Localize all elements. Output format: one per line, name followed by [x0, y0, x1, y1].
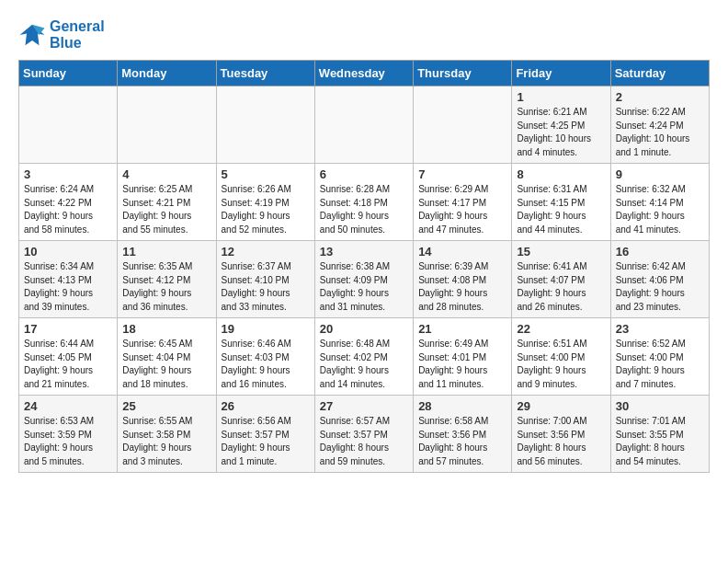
day-info: Sunrise: 6:49 AM Sunset: 4:01 PM Dayligh… [418, 338, 506, 391]
calendar-cell: 25Sunrise: 6:55 AM Sunset: 3:58 PM Dayli… [118, 396, 216, 473]
day-info: Sunrise: 6:34 AM Sunset: 4:13 PM Dayligh… [24, 260, 112, 314]
weekday-header-tuesday: Tuesday [216, 61, 314, 86]
day-info: Sunrise: 6:41 AM Sunset: 4:07 PM Dayligh… [517, 260, 605, 314]
calendar-week-row: 3Sunrise: 6:24 AM Sunset: 4:22 PM Daylig… [19, 164, 710, 241]
day-number: 9 [616, 167, 704, 181]
weekday-header-monday: Monday [118, 61, 216, 86]
calendar-cell: 4Sunrise: 6:25 AM Sunset: 4:21 PM Daylig… [118, 164, 216, 241]
calendar-cell: 18Sunrise: 6:45 AM Sunset: 4:04 PM Dayli… [118, 318, 216, 396]
day-info: Sunrise: 6:37 AM Sunset: 4:10 PM Dayligh… [222, 260, 310, 314]
day-number: 4 [122, 167, 210, 181]
day-info: Sunrise: 6:28 AM Sunset: 4:18 PM Dayligh… [320, 183, 408, 236]
calendar-cell: 27Sunrise: 6:57 AM Sunset: 3:57 PM Dayli… [314, 396, 413, 473]
day-number: 14 [418, 245, 506, 259]
calendar-cell: 24Sunrise: 6:53 AM Sunset: 3:59 PM Dayli… [19, 396, 118, 473]
day-info: Sunrise: 6:25 AM Sunset: 4:21 PM Dayligh… [122, 183, 210, 236]
day-info: Sunrise: 6:55 AM Sunset: 3:58 PM Dayligh… [122, 415, 210, 468]
day-number: 16 [616, 245, 704, 259]
day-number: 8 [517, 167, 605, 181]
weekday-header-saturday: Saturday [610, 61, 709, 86]
calendar-cell: 19Sunrise: 6:46 AM Sunset: 4:03 PM Dayli… [216, 318, 314, 396]
day-number: 17 [24, 322, 112, 336]
day-info: Sunrise: 6:38 AM Sunset: 4:09 PM Dayligh… [320, 260, 408, 314]
calendar-cell: 22Sunrise: 6:51 AM Sunset: 4:00 PM Dayli… [512, 318, 610, 396]
calendar-cell: 15Sunrise: 6:41 AM Sunset: 4:07 PM Dayli… [512, 241, 610, 318]
day-number: 10 [24, 245, 112, 259]
day-info: Sunrise: 6:22 AM Sunset: 4:24 PM Dayligh… [616, 106, 704, 159]
day-number: 22 [517, 322, 605, 336]
calendar-week-row: 17Sunrise: 6:44 AM Sunset: 4:05 PM Dayli… [19, 318, 710, 396]
day-info: Sunrise: 6:53 AM Sunset: 3:59 PM Dayligh… [24, 415, 112, 468]
calendar-cell [118, 86, 216, 164]
day-number: 19 [222, 322, 310, 336]
day-number: 5 [222, 167, 310, 181]
calendar-cell: 17Sunrise: 6:44 AM Sunset: 4:05 PM Dayli… [19, 318, 118, 396]
calendar-cell: 21Sunrise: 6:49 AM Sunset: 4:01 PM Dayli… [414, 318, 512, 396]
day-info: Sunrise: 6:29 AM Sunset: 4:17 PM Dayligh… [418, 183, 506, 236]
weekday-header-friday: Friday [512, 61, 610, 86]
weekday-header-row: SundayMondayTuesdayWednesdayThursdayFrid… [19, 61, 710, 86]
calendar-cell: 20Sunrise: 6:48 AM Sunset: 4:02 PM Dayli… [314, 318, 413, 396]
day-number: 28 [418, 399, 506, 413]
day-number: 1 [517, 90, 605, 104]
day-number: 2 [616, 90, 704, 104]
day-info: Sunrise: 7:00 AM Sunset: 3:56 PM Dayligh… [517, 415, 605, 468]
day-info: Sunrise: 6:58 AM Sunset: 3:56 PM Dayligh… [418, 415, 506, 468]
calendar-cell [216, 86, 314, 164]
logo-icon [18, 21, 46, 49]
day-number: 21 [418, 322, 506, 336]
calendar-cell: 5Sunrise: 6:26 AM Sunset: 4:19 PM Daylig… [216, 164, 314, 241]
calendar-cell: 9Sunrise: 6:32 AM Sunset: 4:14 PM Daylig… [610, 164, 709, 241]
day-info: Sunrise: 6:42 AM Sunset: 4:06 PM Dayligh… [616, 260, 704, 314]
day-info: Sunrise: 6:39 AM Sunset: 4:08 PM Dayligh… [418, 260, 506, 314]
calendar-cell: 6Sunrise: 6:28 AM Sunset: 4:18 PM Daylig… [314, 164, 413, 241]
day-number: 20 [320, 322, 408, 336]
calendar-cell: 30Sunrise: 7:01 AM Sunset: 3:55 PM Dayli… [610, 396, 709, 473]
day-number: 23 [616, 322, 704, 336]
day-number: 12 [222, 245, 310, 259]
calendar-cell [19, 86, 118, 164]
calendar-cell: 7Sunrise: 6:29 AM Sunset: 4:17 PM Daylig… [414, 164, 512, 241]
day-info: Sunrise: 7:01 AM Sunset: 3:55 PM Dayligh… [616, 415, 704, 468]
calendar-week-row: 10Sunrise: 6:34 AM Sunset: 4:13 PM Dayli… [19, 241, 710, 318]
day-number: 6 [320, 167, 408, 181]
day-number: 29 [517, 399, 605, 413]
calendar-week-row: 24Sunrise: 6:53 AM Sunset: 3:59 PM Dayli… [19, 396, 710, 473]
weekday-header-thursday: Thursday [414, 61, 512, 86]
day-info: Sunrise: 6:46 AM Sunset: 4:03 PM Dayligh… [222, 338, 310, 391]
day-info: Sunrise: 6:35 AM Sunset: 4:12 PM Dayligh… [122, 260, 210, 314]
calendar-cell: 11Sunrise: 6:35 AM Sunset: 4:12 PM Dayli… [118, 241, 216, 318]
calendar-cell: 29Sunrise: 7:00 AM Sunset: 3:56 PM Dayli… [512, 396, 610, 473]
day-info: Sunrise: 6:32 AM Sunset: 4:14 PM Dayligh… [616, 183, 704, 236]
calendar-cell: 12Sunrise: 6:37 AM Sunset: 4:10 PM Dayli… [216, 241, 314, 318]
day-number: 18 [122, 322, 210, 336]
day-number: 11 [122, 245, 210, 259]
calendar-cell: 26Sunrise: 6:56 AM Sunset: 3:57 PM Dayli… [216, 396, 314, 473]
calendar-week-row: 1Sunrise: 6:21 AM Sunset: 4:25 PM Daylig… [19, 86, 710, 164]
day-info: Sunrise: 6:57 AM Sunset: 3:57 PM Dayligh… [320, 415, 408, 468]
day-info: Sunrise: 6:45 AM Sunset: 4:04 PM Dayligh… [122, 338, 210, 391]
page-header: General Blue [18, 18, 710, 51]
day-info: Sunrise: 6:48 AM Sunset: 4:02 PM Dayligh… [320, 338, 408, 391]
day-number: 13 [320, 245, 408, 259]
logo: General Blue [18, 18, 105, 51]
day-number: 30 [616, 399, 704, 413]
weekday-header-wednesday: Wednesday [314, 61, 413, 86]
day-info: Sunrise: 6:56 AM Sunset: 3:57 PM Dayligh… [222, 415, 310, 468]
calendar-cell: 28Sunrise: 6:58 AM Sunset: 3:56 PM Dayli… [414, 396, 512, 473]
day-number: 25 [122, 399, 210, 413]
day-info: Sunrise: 6:26 AM Sunset: 4:19 PM Dayligh… [222, 183, 310, 236]
day-info: Sunrise: 6:21 AM Sunset: 4:25 PM Dayligh… [517, 106, 605, 159]
day-info: Sunrise: 6:24 AM Sunset: 4:22 PM Dayligh… [24, 183, 112, 236]
calendar-cell [314, 86, 413, 164]
calendar-cell: 14Sunrise: 6:39 AM Sunset: 4:08 PM Dayli… [414, 241, 512, 318]
calendar-cell: 16Sunrise: 6:42 AM Sunset: 4:06 PM Dayli… [610, 241, 709, 318]
calendar-cell: 10Sunrise: 6:34 AM Sunset: 4:13 PM Dayli… [19, 241, 118, 318]
calendar-cell: 13Sunrise: 6:38 AM Sunset: 4:09 PM Dayli… [314, 241, 413, 318]
calendar-table: SundayMondayTuesdayWednesdayThursdayFrid… [18, 60, 710, 473]
weekday-header-sunday: Sunday [19, 61, 118, 86]
logo-text: General Blue [50, 18, 105, 51]
day-number: 24 [24, 399, 112, 413]
calendar-cell: 1Sunrise: 6:21 AM Sunset: 4:25 PM Daylig… [512, 86, 610, 164]
day-info: Sunrise: 6:51 AM Sunset: 4:00 PM Dayligh… [517, 338, 605, 391]
